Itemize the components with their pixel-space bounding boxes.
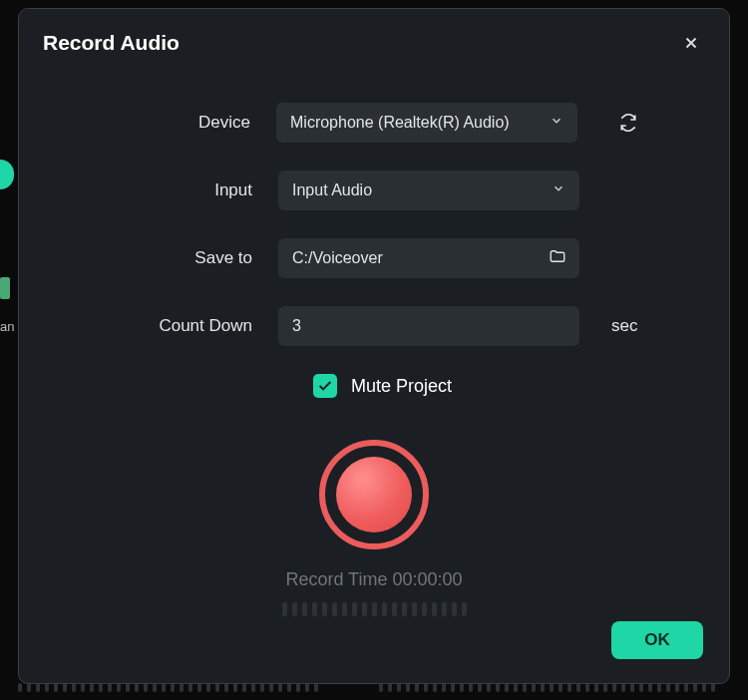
dialog-title: Record Audio — [43, 31, 180, 55]
bg-accent — [0, 160, 14, 189]
refresh-button[interactable] — [617, 112, 639, 134]
seconds-unit: sec — [611, 316, 637, 336]
input-value: Input Audio — [292, 181, 372, 199]
device-select[interactable]: Microphone (Realtek(R) Audio) — [276, 103, 577, 143]
device-row: Device Microphone (Realtek(R) Audio) — [109, 103, 639, 143]
countdown-label: Count Down — [109, 316, 278, 336]
check-icon — [317, 378, 333, 394]
bg-text-fragment: an — [0, 319, 14, 334]
close-button[interactable] — [679, 31, 703, 55]
close-icon — [682, 34, 700, 52]
waveform-preview — [282, 602, 467, 616]
input-select[interactable]: Input Audio — [278, 171, 579, 210]
save-path-field[interactable]: C:/Voiceover — [278, 238, 579, 278]
record-time: Record Time 00:00:00 — [285, 569, 462, 590]
bg-accent-square — [0, 277, 10, 299]
mute-row: Mute Project — [109, 374, 639, 398]
ok-button[interactable]: OK — [611, 621, 703, 659]
save-to-row: Save to C:/Voiceover — [109, 238, 639, 278]
countdown-row: Count Down sec — [109, 306, 639, 346]
device-label: Device — [109, 113, 276, 133]
bg-waveform-right — [379, 683, 715, 692]
record-button[interactable] — [319, 440, 429, 549]
dialog-footer: OK — [19, 621, 729, 683]
browse-folder-button[interactable] — [548, 247, 567, 269]
chevron-down-icon — [552, 181, 565, 199]
bg-waveform-left — [18, 683, 318, 692]
input-row: Input Input Audio — [109, 171, 639, 210]
mute-checkbox[interactable] — [313, 374, 337, 398]
record-area: Record Time 00:00:00 — [109, 440, 639, 616]
save-to-label: Save to — [109, 248, 278, 268]
chevron-down-icon — [550, 114, 563, 132]
countdown-input[interactable] — [278, 306, 579, 346]
dialog-body: Device Microphone (Realtek(R) Audio) Inp… — [19, 73, 729, 621]
mute-label: Mute Project — [351, 376, 452, 397]
save-path-value: C:/Voiceover — [292, 249, 383, 267]
dialog-header: Record Audio — [19, 9, 729, 73]
record-icon — [336, 457, 412, 532]
record-audio-dialog: Record Audio Device Microphone (Realtek(… — [18, 8, 730, 684]
folder-icon — [548, 247, 567, 265]
refresh-icon — [619, 114, 637, 132]
device-value: Microphone (Realtek(R) Audio) — [290, 114, 510, 132]
input-label: Input — [109, 180, 278, 200]
